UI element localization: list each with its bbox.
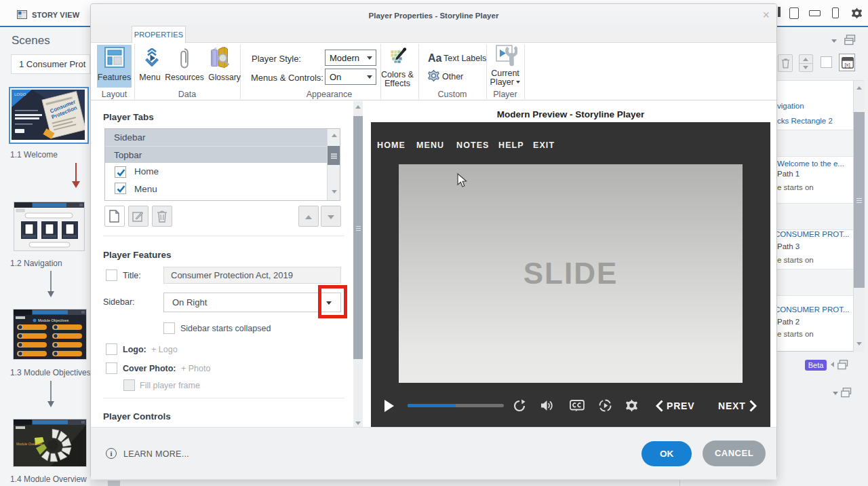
svg-text:[x]: [x]: [844, 62, 850, 68]
svg-text:LOGO: LOGO: [14, 92, 26, 96]
svg-text:Module Overview: Module Overview: [16, 442, 43, 446]
svg-text:Module Objectives: Module Objectives: [38, 318, 68, 322]
